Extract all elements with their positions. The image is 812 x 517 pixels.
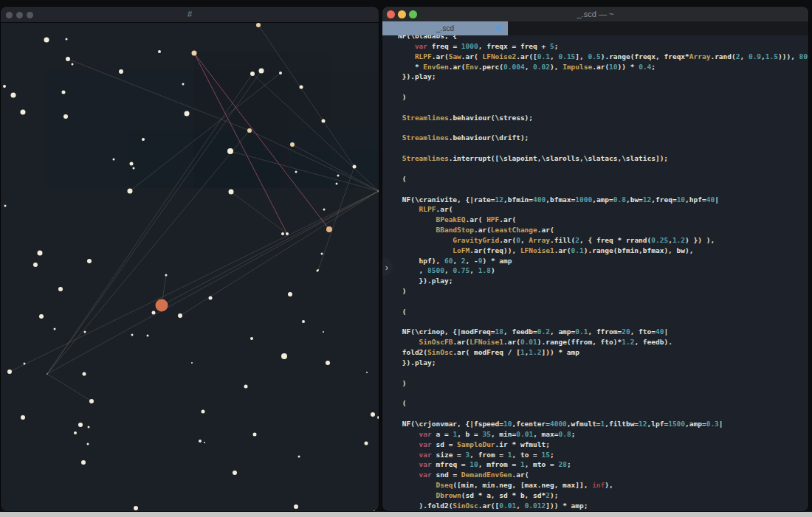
star-node[interactable] <box>83 372 86 376</box>
star-node[interactable] <box>87 259 92 263</box>
star-node[interactable] <box>74 431 77 434</box>
code-line: var mfreq = 10, mfrom = 1, mto = 28; <box>382 459 808 470</box>
star-node[interactable] <box>62 91 66 94</box>
star-node[interactable] <box>84 331 86 333</box>
star-node[interactable] <box>24 363 26 365</box>
code-line <box>382 409 808 419</box>
constellation-edge <box>231 192 287 234</box>
star-node[interactable] <box>300 86 303 89</box>
star-node[interactable] <box>377 416 379 419</box>
star-node[interactable] <box>38 251 43 256</box>
star-node[interactable] <box>152 311 156 315</box>
star-node[interactable] <box>371 412 375 417</box>
star-node[interactable] <box>191 362 193 364</box>
star-node[interactable] <box>131 334 134 336</box>
star-node[interactable] <box>281 353 287 359</box>
star-node[interactable] <box>259 69 264 74</box>
star-node[interactable] <box>39 314 44 319</box>
star-node[interactable] <box>66 38 68 41</box>
editor-titlebar[interactable]: _.scd — ~ <box>382 7 808 21</box>
star-node[interactable] <box>321 253 323 255</box>
code-line: ( <box>382 398 808 409</box>
star-node[interactable] <box>336 183 338 185</box>
star-node[interactable] <box>288 292 292 296</box>
star-node[interactable] <box>11 93 16 98</box>
star-node[interactable] <box>21 415 25 420</box>
code-line: ( <box>382 307 808 317</box>
star-node[interactable] <box>113 159 115 161</box>
star-node[interactable] <box>185 111 190 117</box>
star-node[interactable] <box>326 226 332 232</box>
star-node[interactable] <box>66 57 70 61</box>
star-node[interactable] <box>130 162 134 166</box>
star-node[interactable] <box>7 369 12 374</box>
star-node[interactable] <box>253 433 257 437</box>
star-node[interactable] <box>353 165 357 169</box>
star-node[interactable] <box>3 85 6 88</box>
star-node[interactable] <box>142 138 145 141</box>
star-node[interactable] <box>158 50 161 53</box>
star-node[interactable] <box>199 440 202 443</box>
star-node[interactable] <box>294 504 298 509</box>
star-node[interactable] <box>298 456 300 458</box>
star-node[interactable] <box>256 23 261 27</box>
star-node[interactable] <box>295 171 297 173</box>
star-node[interactable] <box>58 287 63 291</box>
starfield-canvas[interactable] <box>1 23 379 512</box>
star-node[interactable] <box>250 337 253 340</box>
star-node[interactable] <box>337 175 340 177</box>
star-node[interactable] <box>323 331 324 333</box>
star-node[interactable] <box>128 189 133 194</box>
star-node[interactable] <box>78 423 83 427</box>
star-node[interactable] <box>4 205 7 207</box>
star-node[interactable] <box>72 63 74 66</box>
star-node[interactable] <box>233 471 237 475</box>
constellation-edge <box>252 74 379 191</box>
star-node[interactable] <box>204 442 205 443</box>
code-line: GravityGrid.ar(0, Array.fill(2, { freq *… <box>382 235 808 246</box>
star-node[interactable] <box>365 442 368 445</box>
star-node[interactable] <box>323 209 326 211</box>
code-line: RLPF.ar( <box>382 204 808 215</box>
star-node[interactable] <box>244 385 248 389</box>
star-node[interactable] <box>33 263 38 267</box>
starfield-titlebar[interactable]: # <box>1 7 379 23</box>
code-editor[interactable]: NF(\bladabs, { var freq = 1000, freqx = … <box>382 35 808 511</box>
star-node[interactable] <box>326 361 330 365</box>
star-node[interactable] <box>47 373 48 375</box>
star-node[interactable] <box>322 119 326 123</box>
star-node[interactable] <box>54 328 56 330</box>
star-node[interactable] <box>89 399 94 403</box>
star-node[interactable] <box>227 148 233 154</box>
star-node[interactable] <box>147 335 149 337</box>
constellation-edge <box>230 151 379 191</box>
star-node[interactable] <box>88 426 90 428</box>
star-node[interactable] <box>63 114 68 119</box>
star-node[interactable] <box>44 38 49 43</box>
star-node[interactable] <box>302 320 305 323</box>
code-line: }).play; <box>382 276 808 286</box>
star-node[interactable] <box>247 128 252 133</box>
star-node[interactable] <box>317 270 319 272</box>
orange-node[interactable] <box>156 299 168 312</box>
star-node[interactable] <box>87 443 89 445</box>
star-node[interactable] <box>229 190 234 195</box>
star-node[interactable] <box>286 232 289 235</box>
star-node[interactable] <box>182 83 185 86</box>
star-node[interactable] <box>209 296 213 300</box>
star-node[interactable] <box>165 274 168 277</box>
star-node[interactable] <box>134 506 138 510</box>
star-node[interactable] <box>202 410 205 414</box>
star-node[interactable] <box>119 69 123 74</box>
star-node[interactable] <box>281 232 284 235</box>
star-node[interactable] <box>178 313 182 318</box>
star-node[interactable] <box>290 142 295 147</box>
star-node[interactable] <box>192 51 197 56</box>
star-node[interactable] <box>133 167 135 170</box>
star-node[interactable] <box>21 110 26 115</box>
star-node[interactable] <box>250 72 255 76</box>
tab-scd-file[interactable]: _.scd <box>382 21 508 35</box>
star-node[interactable] <box>279 72 282 74</box>
star-node[interactable] <box>81 460 86 465</box>
star-node[interactable] <box>366 372 368 373</box>
